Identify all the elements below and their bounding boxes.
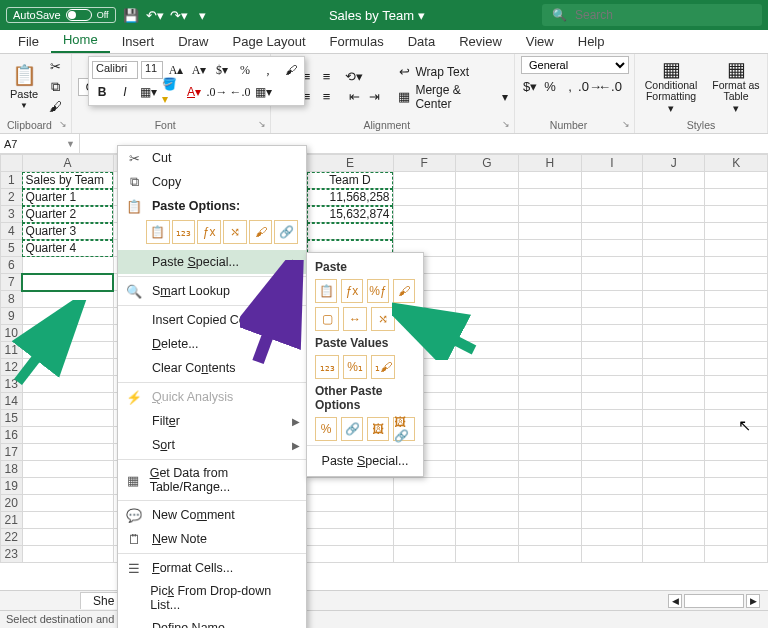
cell-E1[interactable]: Team D	[307, 172, 393, 189]
row-header[interactable]: 14	[1, 393, 23, 410]
row-header[interactable]: 22	[1, 529, 23, 546]
cell-A5[interactable]: Quarter 4	[22, 240, 113, 257]
paste-option-all-icon[interactable]: 📋	[146, 220, 170, 244]
paste-linked-picture-icon[interactable]: 🖼🔗	[393, 417, 415, 441]
row-header[interactable]: 18	[1, 461, 23, 478]
merge-center-button[interactable]: ▦Merge & Center ▾	[395, 83, 508, 111]
paste-all-icon[interactable]: 📋	[315, 279, 337, 303]
menu-define-name[interactable]: Define Name...	[118, 616, 306, 628]
paste-option-transpose-icon[interactable]: ⤭	[223, 220, 247, 244]
col-header-E[interactable]: E	[307, 155, 393, 172]
row-header[interactable]: 20	[1, 495, 23, 512]
number-format-select[interactable]: General	[521, 56, 629, 74]
mini-merge-icon[interactable]: ▦▾	[253, 82, 273, 102]
paste-option-formulas-icon[interactable]: ƒx	[197, 220, 221, 244]
menu-new-comment[interactable]: 💬New Comment	[118, 503, 306, 527]
tab-review[interactable]: Review	[447, 30, 514, 53]
col-header-A[interactable]: A	[22, 155, 113, 172]
row-header[interactable]: 1	[1, 172, 23, 189]
clipboard-launcher-icon[interactable]: ↘	[59, 119, 67, 129]
paste-formatting-only-icon[interactable]: %	[315, 417, 337, 441]
qat-customize-icon[interactable]: ▾	[194, 6, 212, 24]
col-header-I[interactable]: I	[581, 155, 642, 172]
tab-formulas[interactable]: Formulas	[318, 30, 396, 53]
increase-indent-icon[interactable]: ⇥	[365, 88, 383, 106]
paste-values-numfmt-icon[interactable]: %₁	[343, 355, 367, 379]
document-title[interactable]: Sales by Team ▾	[218, 8, 536, 23]
paste-option-formatting-icon[interactable]: 🖌	[249, 220, 273, 244]
submenu-paste-special-dialog[interactable]: Paste Special...	[307, 448, 423, 470]
paste-no-borders-icon[interactable]: ▢	[315, 307, 339, 331]
mini-format-painter-icon[interactable]: 🖌	[281, 60, 301, 80]
select-all-corner[interactable]	[1, 155, 23, 172]
mini-percent-icon[interactable]: %	[235, 60, 255, 80]
row-header[interactable]: 2	[1, 189, 23, 206]
paste-keep-col-widths-icon[interactable]: ↔	[343, 307, 367, 331]
menu-copy[interactable]: ⧉Copy	[118, 170, 306, 194]
mini-font-color-icon[interactable]: A▾	[184, 82, 204, 102]
number-launcher-icon[interactable]: ↘	[622, 119, 630, 129]
mini-bold-icon[interactable]: B	[92, 82, 112, 102]
paste-formulas-numfmt-icon[interactable]: %ƒ	[367, 279, 389, 303]
row-header[interactable]: 15	[1, 410, 23, 427]
cell-A2[interactable]: Quarter 1	[22, 189, 113, 206]
copy-icon[interactable]: ⧉	[46, 78, 64, 96]
menu-filter[interactable]: Filter▶	[118, 409, 306, 433]
menu-new-note[interactable]: 🗒New Note	[118, 527, 306, 551]
horizontal-scroll[interactable]: ◀ ▶	[668, 594, 760, 608]
search-input[interactable]	[573, 7, 752, 23]
paste-values-icon[interactable]: ₁₂₃	[315, 355, 339, 379]
font-launcher-icon[interactable]: ↘	[258, 119, 266, 129]
alignment-launcher-icon[interactable]: ↘	[502, 119, 510, 129]
row-header[interactable]: 16	[1, 427, 23, 444]
paste-button[interactable]: 📋 Paste ▼	[6, 63, 42, 110]
format-painter-icon[interactable]: 🖌	[46, 98, 64, 116]
percent-format-icon[interactable]: %	[541, 77, 559, 95]
col-header-G[interactable]: G	[456, 155, 519, 172]
paste-option-values-icon[interactable]: ₁₂₃	[172, 220, 196, 244]
col-header-J[interactable]: J	[643, 155, 705, 172]
tab-page-layout[interactable]: Page Layout	[221, 30, 318, 53]
cell-A1[interactable]: Sales by Team	[22, 172, 113, 189]
tab-view[interactable]: View	[514, 30, 566, 53]
mini-comma-icon[interactable]: ,	[258, 60, 278, 80]
format-as-table-button[interactable]: ▦ Format as Table▾	[711, 59, 761, 113]
menu-format-cells[interactable]: ☰Format Cells...	[118, 556, 306, 580]
row-header[interactable]: 4	[1, 223, 23, 240]
tab-data[interactable]: Data	[396, 30, 447, 53]
cell-E3[interactable]: 15,632,874	[307, 206, 393, 223]
mini-borders-icon[interactable]: ▦▾	[138, 82, 158, 102]
name-box[interactable]: A7 ▼	[0, 134, 80, 153]
increase-decimal-icon[interactable]: .0→	[581, 77, 599, 95]
paste-link-icon[interactable]: 🔗	[341, 417, 363, 441]
menu-cut[interactable]: ✂Cut	[118, 146, 306, 170]
col-header-H[interactable]: H	[518, 155, 581, 172]
autosave-toggle[interactable]: AutoSave Off	[6, 7, 116, 23]
row-header[interactable]: 6	[1, 257, 23, 274]
tab-help[interactable]: Help	[566, 30, 617, 53]
search-box[interactable]: 🔍	[542, 4, 762, 26]
cell-A7-selected[interactable]	[22, 274, 113, 291]
menu-pick-from-list[interactable]: Pick From Drop-down List...	[118, 580, 306, 616]
decrease-indent-icon[interactable]: ⇤	[345, 88, 363, 106]
toggle-off-icon[interactable]	[66, 9, 92, 21]
mini-font-size[interactable]: 11	[141, 61, 163, 79]
orientation-icon[interactable]: ⟲▾	[345, 68, 363, 86]
row-header[interactable]: 19	[1, 478, 23, 495]
mini-font-name[interactable]: Calibri	[92, 61, 138, 79]
tab-home[interactable]: Home	[51, 28, 110, 53]
tab-file[interactable]: File	[6, 30, 51, 53]
cell-A3[interactable]: Quarter 2	[22, 206, 113, 223]
mini-decrease-decimal-icon[interactable]: ←.0	[230, 82, 250, 102]
undo-icon[interactable]: ↶▾	[146, 6, 164, 24]
tab-insert[interactable]: Insert	[110, 30, 167, 53]
cell-E2[interactable]: 11,568,258	[307, 189, 393, 206]
scroll-right-icon[interactable]: ▶	[746, 594, 760, 608]
redo-icon[interactable]: ↷▾	[170, 6, 188, 24]
cell-A4[interactable]: Quarter 3	[22, 223, 113, 240]
wrap-text-button[interactable]: ↩Wrap Text	[395, 63, 508, 81]
menu-sort[interactable]: Sort▶	[118, 433, 306, 457]
save-icon[interactable]: 💾	[122, 6, 140, 24]
row-header[interactable]: 7	[1, 274, 23, 291]
align-bottom-icon[interactable]: ≡	[317, 68, 335, 86]
